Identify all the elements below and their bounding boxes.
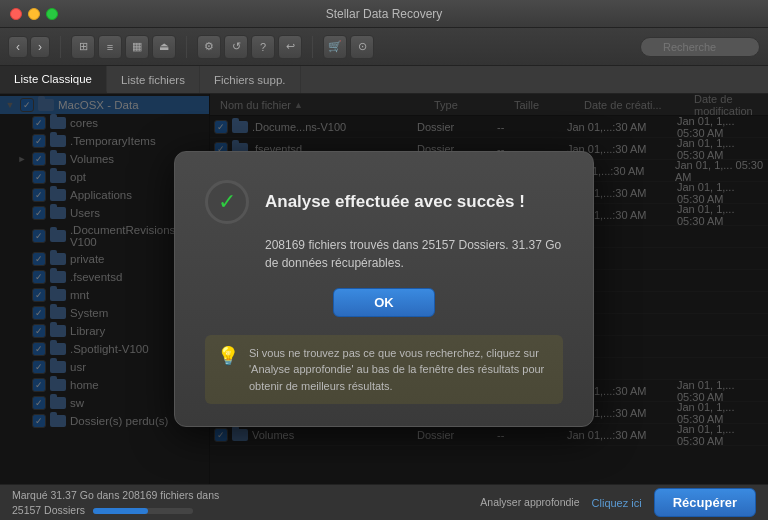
progress-bar bbox=[93, 508, 193, 514]
cliquez-ici-link[interactable]: Cliquez ici bbox=[592, 497, 642, 509]
search-input[interactable] bbox=[640, 37, 760, 57]
traffic-lights bbox=[10, 8, 58, 20]
list-view-icon[interactable]: ≡ bbox=[98, 35, 122, 59]
modal-title: Analyse effectuée avec succès ! bbox=[265, 192, 525, 212]
tab-liste-fichiers[interactable]: Liste fichiers bbox=[107, 66, 200, 93]
toolbar-separator-2 bbox=[186, 36, 187, 58]
eject-icon[interactable]: ⏏ bbox=[152, 35, 176, 59]
close-button[interactable] bbox=[10, 8, 22, 20]
back-button[interactable]: ‹ bbox=[8, 36, 28, 58]
extra-icons: 🛒 ⊙ bbox=[323, 35, 374, 59]
grid-view-icon[interactable]: ⊞ bbox=[71, 35, 95, 59]
circle-icon[interactable]: ⊙ bbox=[350, 35, 374, 59]
column-view-icon[interactable]: ▦ bbox=[125, 35, 149, 59]
status-bar: Marqué 31.37 Go dans 208169 fichiers dan… bbox=[0, 484, 768, 520]
toolbar-separator-3 bbox=[312, 36, 313, 58]
settings-icon[interactable]: ⚙ bbox=[197, 35, 221, 59]
title-bar: Stellar Data Recovery bbox=[0, 0, 768, 28]
modal-overlay: ✓ Analyse effectuée avec succès ! 208169… bbox=[0, 94, 768, 484]
modal-header: ✓ Analyse effectuée avec succès ! bbox=[205, 180, 563, 224]
back-arrow-icon[interactable]: ↩ bbox=[278, 35, 302, 59]
status-right: Analyser approfondie Cliquez ici Récupér… bbox=[480, 488, 756, 517]
recover-button[interactable]: Récupérer bbox=[654, 488, 756, 517]
analyse-label: Analyser approfondie bbox=[480, 495, 579, 510]
forward-button[interactable]: › bbox=[30, 36, 50, 58]
status-text-2: 25157 Dossiers bbox=[12, 503, 85, 518]
tab-fichiers-supp[interactable]: Fichiers supp. bbox=[200, 66, 301, 93]
window-title: Stellar Data Recovery bbox=[326, 7, 443, 21]
refresh-icon[interactable]: ↺ bbox=[224, 35, 248, 59]
search-wrapper: 🔍 bbox=[640, 37, 760, 57]
main-area: ▼ ✓ MacOSX - Data ✓ cores ✓ .TemporaryIt… bbox=[0, 94, 768, 484]
toolbar-separator-1 bbox=[60, 36, 61, 58]
status-text-1: Marqué 31.37 Go dans 208169 fichiers dan… bbox=[12, 488, 219, 503]
view-icons: ⊞ ≡ ▦ ⏏ bbox=[71, 35, 176, 59]
toolbar: ‹ › ⊞ ≡ ▦ ⏏ ⚙ ↺ ? ↩ 🛒 ⊙ 🔍 bbox=[0, 28, 768, 66]
tab-bar: Liste Classique Liste fichiers Fichiers … bbox=[0, 66, 768, 94]
lightbulb-icon: 💡 bbox=[217, 345, 239, 367]
help-icon[interactable]: ? bbox=[251, 35, 275, 59]
modal-dialog: ✓ Analyse effectuée avec succès ! 208169… bbox=[174, 151, 594, 428]
minimize-button[interactable] bbox=[28, 8, 40, 20]
modal-body: 208169 fichiers trouvés dans 25157 Dossi… bbox=[265, 236, 563, 272]
action-icons: ⚙ ↺ ? ↩ bbox=[197, 35, 302, 59]
status-left: Marqué 31.37 Go dans 208169 fichiers dan… bbox=[12, 488, 219, 517]
cart-icon[interactable]: 🛒 bbox=[323, 35, 347, 59]
progress-bar-fill bbox=[93, 508, 148, 514]
modal-ok-button[interactable]: OK bbox=[333, 288, 435, 317]
maximize-button[interactable] bbox=[46, 8, 58, 20]
tab-liste-classique[interactable]: Liste Classique bbox=[0, 66, 107, 93]
nav-buttons: ‹ › bbox=[8, 36, 50, 58]
modal-footer-text: Si vous ne trouvez pas ce que vous reche… bbox=[249, 345, 551, 395]
success-icon: ✓ bbox=[205, 180, 249, 224]
modal-footer: 💡 Si vous ne trouvez pas ce que vous rec… bbox=[205, 335, 563, 405]
